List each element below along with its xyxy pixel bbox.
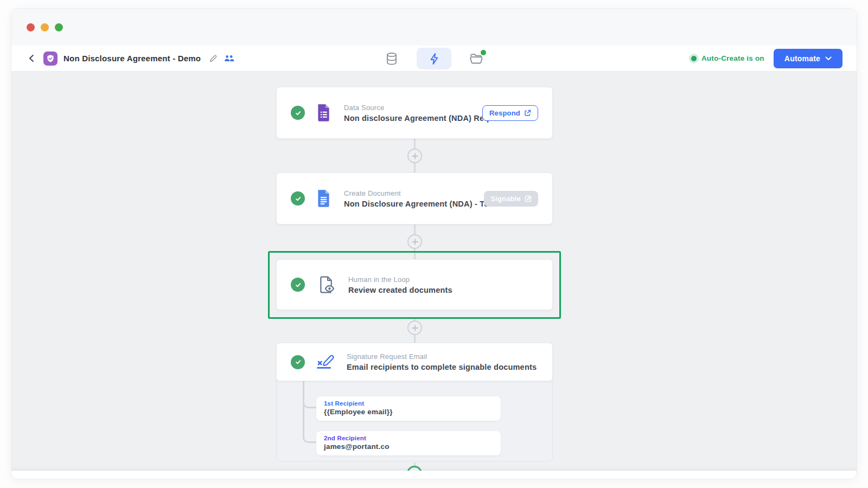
step-card-signature-request-email[interactable]: Signature Request Email Email recipients… [276, 343, 553, 381]
check-icon [294, 358, 302, 366]
workflow-title: Non Disclosure Agreement - Demo [63, 54, 201, 63]
respond-button-label: Respond [489, 109, 520, 117]
step-text: Create Document Non Disclosure Agreement… [344, 189, 484, 208]
recipients-panel: 1st Recipient {{Employee email}} 2nd Rec… [276, 380, 553, 461]
status-dot-icon [691, 56, 697, 61]
window-controls [27, 23, 63, 31]
share-button[interactable] [224, 54, 234, 62]
chevron-left-icon [27, 54, 36, 63]
step-type-label: Data Source [344, 104, 482, 112]
minimize-button[interactable] [41, 23, 49, 31]
database-icon [386, 52, 398, 66]
edit-square-icon [525, 195, 532, 202]
step-type-label: Human in the Loop [348, 275, 452, 284]
step-name: Non disclosure Agreement (NDA) Reque... [344, 114, 482, 123]
app-window: Non Disclosure Agreement - Demo [11, 8, 857, 479]
check-icon [294, 109, 302, 117]
header-right-group: Auto-Create is on Automate [691, 49, 843, 68]
automate-button-label: Automate [784, 54, 820, 63]
auto-create-status: Auto-Create is on [691, 54, 764, 62]
outputs-notification-dot [481, 50, 486, 55]
step-complete-icon [291, 278, 305, 292]
lightning-bolt-icon [429, 53, 439, 65]
header-left-group: Non Disclosure Agreement - Demo [25, 52, 234, 66]
plus-icon [412, 153, 418, 159]
zoom-button[interactable] [55, 23, 63, 31]
plus-icon [412, 239, 418, 245]
recipient-label: 2nd Recipient [324, 435, 493, 441]
add-step-button[interactable] [407, 320, 422, 335]
step-card-data-source[interactable]: Data Source Non disclosure Agreement (ND… [276, 87, 553, 139]
canvas-wrap: Data Source Non disclosure Agreement (ND… [11, 72, 857, 479]
workflow-app-icon [43, 52, 58, 66]
recipient-value: james@portant.co [324, 442, 493, 451]
google-docs-icon [316, 189, 331, 208]
signature-icon [316, 355, 336, 369]
respond-button[interactable]: Respond [482, 105, 538, 121]
signable-badge[interactable]: Signable [484, 191, 538, 207]
tab-outputs[interactable] [465, 48, 487, 69]
shield-check-icon [46, 54, 55, 63]
step-text: Data Source Non disclosure Agreement (ND… [344, 104, 482, 123]
review-document-icon [319, 275, 335, 294]
recipient-connector [303, 380, 316, 443]
step-type-label: Create Document [344, 189, 484, 197]
step-group-signature-request: Signature Request Email Email recipients… [276, 343, 553, 461]
window-titlebar [11, 9, 857, 46]
check-icon [294, 195, 302, 203]
recipient-value: {{Employee email}} [324, 408, 493, 416]
back-button[interactable] [25, 53, 37, 65]
step-text: Human in the Loop Review created documen… [348, 275, 452, 294]
add-step-button[interactable] [407, 234, 422, 249]
tab-data-source[interactable] [381, 48, 403, 69]
close-button[interactable] [27, 23, 35, 31]
chevron-down-icon [825, 56, 832, 61]
rename-button[interactable] [209, 54, 218, 63]
people-group-icon [224, 54, 234, 62]
step-name: Email recipients to complete signable do… [347, 363, 537, 371]
pencil-icon [209, 54, 218, 63]
title-tools [209, 54, 234, 63]
view-tabs [381, 46, 487, 72]
toolbar-header: Non Disclosure Agreement - Demo [11, 46, 857, 72]
step-name: Non Disclosure Agreement (NDA) - Tem... [344, 200, 484, 208]
step-card-create-document[interactable]: Create Document Non Disclosure Agreement… [276, 172, 553, 224]
automate-button[interactable]: Automate [774, 49, 843, 68]
signable-badge-label: Signable [490, 195, 521, 203]
plus-icon [412, 325, 418, 331]
add-step-button[interactable] [407, 149, 422, 163]
step-complete-icon [291, 355, 305, 369]
recipient-label: 1st Recipient [324, 400, 493, 407]
step-complete-icon [291, 106, 305, 120]
step-name: Review created documents [348, 286, 452, 294]
external-link-icon [524, 110, 531, 117]
workflow-end-node [407, 466, 422, 471]
google-forms-icon [316, 104, 331, 122]
step-card-human-in-the-loop[interactable]: Human in the Loop Review created documen… [276, 259, 553, 310]
step-type-label: Signature Request Email [347, 352, 537, 361]
tab-workflow[interactable] [417, 48, 451, 69]
workflow-canvas[interactable]: Data Source Non disclosure Agreement (ND… [11, 72, 857, 471]
step-complete-icon [291, 191, 305, 206]
recipient-card-2[interactable]: 2nd Recipient james@portant.co [316, 431, 501, 455]
step-text: Signature Request Email Email recipients… [347, 352, 537, 371]
check-icon [294, 281, 302, 289]
status-text: Auto-Create is on [701, 54, 764, 62]
recipient-card-1[interactable]: 1st Recipient {{Employee email}} [316, 396, 501, 421]
